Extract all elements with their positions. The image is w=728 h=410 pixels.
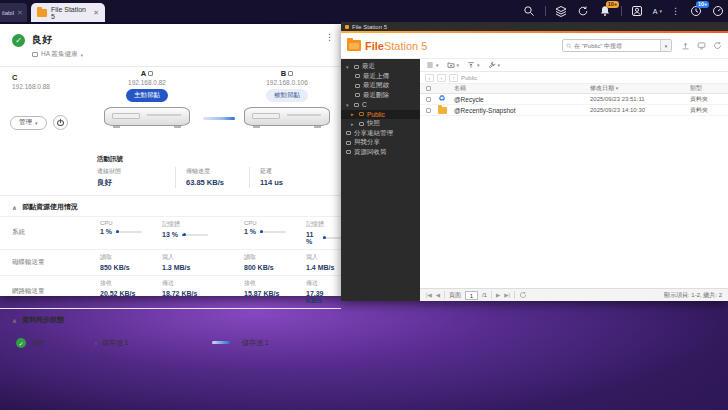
memory-usage-bar	[182, 234, 208, 236]
page-input[interactable]: 1	[465, 291, 478, 300]
collapse-icon[interactable]: ∧	[12, 317, 17, 324]
resource-monitor-icon[interactable]	[711, 5, 724, 18]
file-icon	[355, 93, 360, 97]
sidebar-item-recent-opened[interactable]: 最近開啟	[341, 81, 420, 91]
cell-label: 接收	[244, 279, 306, 288]
up-icon[interactable]: ↑	[449, 74, 458, 82]
cell-label: 寫入	[306, 253, 341, 262]
cpu-usage-bar	[260, 231, 286, 233]
sidebar-item-recycle-bin[interactable]: 資源回收筒	[341, 148, 420, 158]
last-page-icon[interactable]: ▶|	[504, 292, 510, 298]
column-date[interactable]: 修改日期 ▾	[590, 84, 690, 93]
column-type[interactable]: 類型	[690, 84, 728, 93]
chevron-down-icon[interactable]: ∨	[94, 340, 98, 346]
tab-ha-partial[interactable]: ilabil ✕	[0, 3, 27, 22]
refresh-icon[interactable]	[519, 291, 527, 299]
status-ok-icon: ✓	[12, 34, 25, 47]
sidebar-item-shared-with-me[interactable]: 與我分享	[341, 138, 420, 148]
sync-source: 儲存池 1	[102, 338, 129, 348]
node-b-name: B	[281, 69, 286, 78]
chevron-down-icon: ▾	[457, 62, 460, 68]
user-icon[interactable]	[631, 5, 644, 18]
user-menu[interactable]: A ▾	[653, 8, 662, 15]
file-row-snapshot[interactable]: @Recently-Snapshot 2025/09/23 14:10:30 資…	[420, 105, 728, 116]
sidebar-item-public[interactable]: ▸ Public	[341, 110, 420, 120]
upload-arrow-icon	[467, 61, 475, 69]
refresh-icon[interactable]	[713, 41, 722, 50]
event-clock-icon[interactable]: 10+	[689, 5, 702, 18]
wrench-icon	[488, 61, 496, 69]
resource-row-system: 系統 CPU 1 % 記憶體 13 % CPU 1 % 記憶體 11 %	[0, 216, 341, 249]
file-row-recycle[interactable]: ♻ @Recycle 2025/09/23 23:51:11 資料夾	[420, 94, 728, 105]
main-menu-icon[interactable]	[555, 5, 568, 18]
external-link-icon[interactable]	[288, 71, 293, 76]
close-icon[interactable]: ✕	[93, 9, 99, 16]
sidebar-group-host[interactable]: ▾ C	[341, 100, 420, 110]
stat-value: 63.85 KB/s	[186, 178, 239, 187]
sidebar-label: 資源回收筒	[354, 148, 387, 157]
background-task-icon[interactable]	[577, 5, 590, 18]
cell-label: 傳送	[162, 279, 244, 288]
search-box[interactable]: ▾	[562, 39, 672, 52]
remote-display-icon[interactable]	[697, 41, 706, 50]
column-name[interactable]: 名稱	[454, 84, 590, 93]
view-mode-button[interactable]: ▾	[426, 61, 439, 69]
file-icon	[355, 84, 360, 88]
ha-cluster-window: ⋮ ✓ 良好 HA 叢集健康 ▾ C 192.168.0.88 管理 ▾	[0, 24, 341, 296]
forward-icon[interactable]: ›	[437, 74, 446, 82]
list-view-icon	[426, 61, 434, 69]
tab-label: ilabil	[2, 10, 14, 16]
window-menu-icon[interactable]: ⋮	[325, 32, 334, 42]
window-titlebar[interactable]: File Station 5	[341, 22, 728, 31]
cell-value: 1 %	[100, 228, 112, 235]
next-page-icon[interactable]: ▶	[496, 292, 500, 298]
chevron-down-icon[interactable]: ▾	[80, 52, 83, 58]
create-folder-button[interactable]: ▾	[447, 61, 460, 69]
stat-label: 連線狀態	[97, 167, 165, 176]
divider	[545, 6, 546, 16]
collapse-icon[interactable]: ∧	[12, 204, 17, 211]
heartbeat-title: 活動訊號	[97, 155, 341, 164]
row-checkbox[interactable]	[426, 108, 431, 113]
external-link-icon[interactable]	[148, 71, 153, 76]
more-actions-button[interactable]: ▾	[488, 61, 501, 69]
back-icon[interactable]: ‹	[425, 74, 434, 82]
sidebar-item-share-links[interactable]: 分享連結管理	[341, 129, 420, 139]
sidebar-item-recent-deleted[interactable]: 最近刪除	[341, 91, 420, 101]
breadcrumb[interactable]: Public	[461, 75, 477, 81]
upload-icon[interactable]	[681, 41, 690, 50]
close-icon[interactable]: ✕	[17, 9, 23, 16]
window-title: File Station 5	[352, 24, 387, 30]
sidebar-group-recent[interactable]: ▾ 最近	[341, 62, 420, 72]
cell-value: 15.87 KB/s	[244, 290, 279, 297]
power-button[interactable]	[53, 115, 68, 130]
upload-button[interactable]: ▾	[467, 61, 480, 69]
chevron-right-icon: ▸	[351, 111, 356, 117]
cell-value: 1.3 MB/s	[162, 264, 190, 271]
tab-file-station[interactable]: File Station 5 ✕	[31, 3, 105, 22]
file-station-window: File Station 5 FileStation 5 ▾ ▾ 最近	[341, 22, 728, 301]
more-options-icon[interactable]: ⋮	[671, 6, 680, 16]
prev-page-icon[interactable]: ◀	[436, 292, 440, 298]
cluster-subtitle: HA 叢集健康	[41, 50, 77, 59]
first-page-icon[interactable]: |◀	[426, 292, 432, 298]
sync-status-text: 良好	[31, 338, 45, 348]
search-input[interactable]	[574, 43, 660, 49]
select-all-checkbox[interactable]	[426, 86, 431, 91]
notification-bell-icon[interactable]: 10+	[599, 5, 612, 18]
logo-rest: Station 5	[384, 40, 427, 52]
search-filter-dropdown[interactable]: ▾	[660, 40, 671, 51]
recycle-bin-icon	[346, 150, 351, 154]
row-checkbox[interactable]	[426, 97, 431, 102]
cpu-usage-bar	[116, 231, 142, 233]
system-topbar: ilabil ✕ File Station 5 ✕ 10+ A ▾ ⋮	[0, 0, 728, 22]
manage-button[interactable]: 管理 ▾	[10, 116, 47, 130]
folder-icon	[37, 9, 47, 17]
sidebar-item-snapshot[interactable]: ▸ 快照	[341, 119, 420, 129]
sidebar-item-recent-uploaded[interactable]: 最近上傳	[341, 72, 420, 82]
search-icon[interactable]	[523, 5, 536, 18]
chevron-down-icon: ▾	[436, 62, 439, 68]
chevron-down-icon: ▾	[477, 62, 480, 68]
file-name: @Recycle	[454, 96, 590, 103]
cell-value: 11 %	[306, 231, 319, 245]
